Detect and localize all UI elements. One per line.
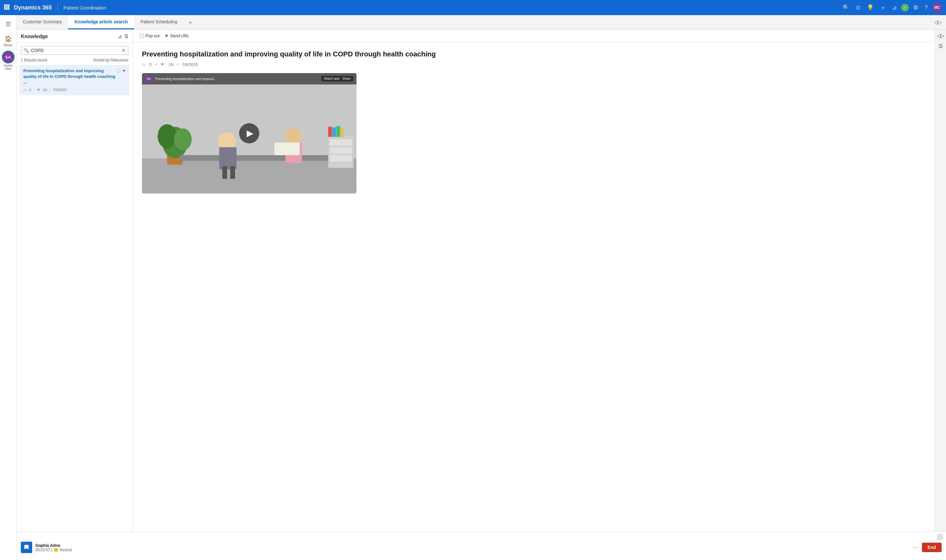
article-date: 7/6/2020: [53, 88, 66, 92]
article-title: Preventing hospitalization and improving…: [142, 49, 926, 59]
svg-rect-0: [4, 5, 6, 6]
nav-divider: [57, 4, 58, 11]
article-dot2: ·: [49, 88, 50, 92]
activity-icon[interactable]: ⊙: [856, 4, 861, 11]
svg-rect-8: [8, 8, 9, 10]
two-panel: Knowledge ⊿ ⇅ 🔍 ✕ 1 Results found Sorted…: [16, 30, 946, 532]
watch-later-label[interactable]: Watch later: [324, 77, 340, 80]
article-send-icon[interactable]: ➤: [122, 68, 126, 73]
article-star-icon: ☆: [23, 88, 26, 92]
stats-dot2: [177, 64, 178, 65]
knowledge-header: Knowledge ⊿ ⇅: [16, 30, 133, 43]
chat-more-button[interactable]: ···: [912, 545, 918, 550]
search-box-icon: 🔍: [24, 48, 29, 53]
tab-customer-summary[interactable]: Customer Summary: [16, 15, 68, 29]
filter-icon[interactable]: ⊿: [892, 4, 897, 11]
svg-rect-3: [4, 6, 6, 8]
app-brand: Dynamics 365: [14, 5, 52, 11]
agent-avatar[interactable]: SA: [2, 51, 14, 63]
article-card-actions: ⬚ ➤: [117, 68, 126, 73]
svg-rect-27: [328, 127, 332, 137]
popout-icon: ⬚: [139, 33, 144, 38]
svg-rect-5: [8, 6, 9, 8]
grid-icon[interactable]: [4, 4, 9, 11]
detail-view-icon: 👁: [160, 62, 165, 67]
svg-rect-15: [180, 155, 344, 161]
svg-rect-2: [8, 5, 9, 6]
svg-rect-29: [336, 126, 340, 137]
tab-patient-scheduling[interactable]: Patient Scheduling: [134, 15, 184, 29]
svg-point-14: [174, 128, 192, 150]
chat-sentiment: Neutral: [60, 548, 72, 552]
video-placeholder: SA Preventing hospitalization and improv…: [142, 73, 356, 194]
chat-time: 00:02:57: [35, 548, 50, 552]
sort-knowledge-icon[interactable]: ⇅: [124, 34, 128, 39]
article-content: Preventing hospitalization and improving…: [133, 42, 935, 532]
knowledge-title: Knowledge: [21, 34, 115, 39]
chat-maximize-icon[interactable]: ⬜: [937, 534, 943, 540]
sentiment-icon: 🙂: [54, 548, 59, 552]
article-toolbar: ⬚ Pop out ➤ Send URL: [133, 30, 935, 42]
svg-point-16: [218, 132, 236, 150]
content-area: Customer Summary Knowledge article searc…: [16, 15, 946, 560]
main-layout: ☰ 🏠 Home SA Sophia Adne Customer Summary…: [0, 15, 946, 560]
article-dot1: ·: [34, 88, 34, 92]
search-input[interactable]: [31, 48, 122, 53]
agent-name-label: Sophia Adne: [0, 64, 16, 70]
chat-separator: |: [51, 548, 52, 552]
status-checkmark[interactable]: ✓: [901, 4, 909, 11]
chat-end-button[interactable]: End: [922, 543, 941, 552]
hamburger-menu[interactable]: ☰: [3, 18, 13, 30]
collapse-right-icon[interactable]: ◁▷: [937, 33, 944, 39]
top-navigation: Dynamics 365 Patient Coordination 🔍 ⊙ 💡 …: [0, 0, 946, 15]
search-icon[interactable]: 🔍: [843, 4, 849, 11]
share-label[interactable]: Share: [342, 77, 351, 80]
article-views: 19: [43, 88, 47, 92]
detail-star-icon: ☆: [142, 62, 146, 67]
knowledge-search-box[interactable]: 🔍 ✕: [21, 46, 128, 55]
detail-stars: 0: [150, 62, 152, 67]
stats-dot1: [156, 64, 157, 65]
sidebar-item-home[interactable]: 🏠 Home: [4, 35, 12, 47]
chat-info: Sophia Adne 00:02:57 | 🙂 Neutral: [35, 543, 909, 552]
chat-row: Sophia Adne 00:02:57 | 🙂 Neutral ··· End: [16, 540, 946, 555]
chat-toolbar: ⬜: [16, 532, 946, 540]
knowledge-panel: Knowledge ⊿ ⇅ 🔍 ✕ 1 Results found Sorted…: [16, 30, 133, 532]
sidebar: ☰ 🏠 Home SA Sophia Adne: [0, 15, 16, 560]
user-avatar[interactable]: MC: [932, 3, 942, 12]
play-icon: ▶: [247, 128, 254, 138]
add-icon[interactable]: ＋: [880, 4, 886, 11]
sidebar-list-icon[interactable]: ☰: [938, 43, 943, 49]
article-detail-panel: ⬚ Pop out ➤ Send URL Preventing hospital…: [133, 30, 935, 532]
chat-status: 00:02:57 | 🙂 Neutral: [35, 548, 909, 552]
play-button[interactable]: ▶: [239, 123, 259, 143]
svg-rect-28: [332, 127, 336, 137]
tabs-collapse-button[interactable]: ◁▷: [930, 15, 946, 29]
article-card-title: Preventing hospitalization and improving…: [23, 68, 117, 85]
tab-add-button[interactable]: ＋: [184, 15, 197, 29]
settings-icon[interactable]: ⚙: [913, 4, 918, 11]
popout-button[interactable]: ⬚ Pop out: [139, 33, 160, 38]
detail-date: 7/6/2020: [182, 62, 198, 67]
send-icon: ➤: [165, 33, 169, 38]
results-meta: 1 Results found Sorted by Relevance: [16, 58, 133, 65]
article-view-icon: 👁: [37, 88, 40, 92]
send-url-button[interactable]: ➤ Send URL: [165, 33, 189, 38]
svg-rect-30: [340, 128, 344, 137]
help-icon[interactable]: ?: [924, 5, 928, 11]
filter-knowledge-icon[interactable]: ⊿: [118, 34, 122, 39]
tabs-bar: Customer Summary Knowledge article searc…: [16, 15, 946, 30]
article-stats: ☆ 0 👁 19 7/6/2020: [142, 62, 926, 67]
svg-point-20: [285, 128, 302, 144]
lightbulb-icon[interactable]: 💡: [867, 4, 874, 11]
svg-rect-4: [6, 6, 8, 8]
article-card-header: Preventing hospitalization and improving…: [23, 68, 126, 85]
article-card[interactable]: Preventing hospitalization and improving…: [20, 65, 130, 95]
tab-knowledge-article-search[interactable]: Knowledge article search: [68, 15, 134, 29]
search-clear-icon[interactable]: ✕: [122, 48, 125, 53]
chat-actions: ··· End: [912, 543, 941, 552]
chat-agent-name: Sophia Adne: [35, 543, 909, 548]
article-video[interactable]: SA Preventing hospitalization and improv…: [142, 73, 356, 194]
article-popout-icon[interactable]: ⬚: [117, 68, 120, 73]
svg-rect-19: [230, 166, 235, 179]
